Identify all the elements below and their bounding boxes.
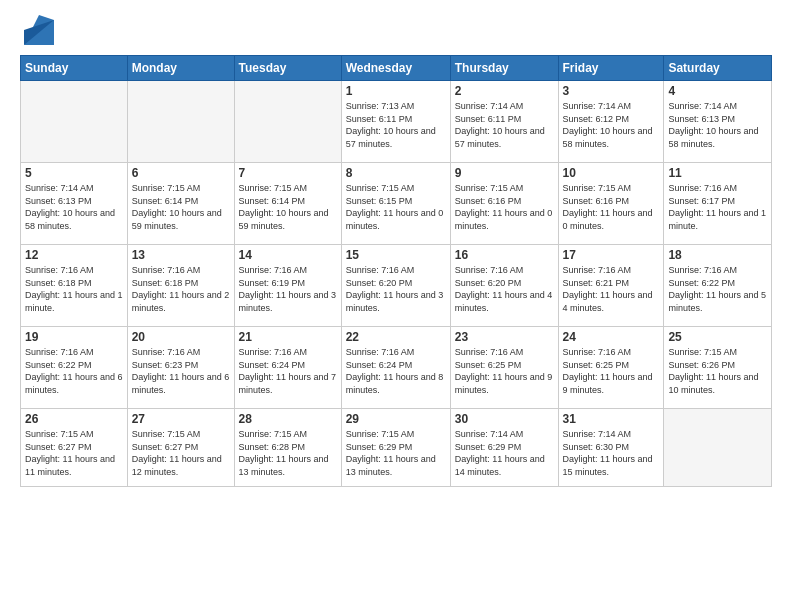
day-info: Sunrise: 7:14 AM Sunset: 6:30 PM Dayligh… [563,428,660,478]
calendar-cell [664,409,772,487]
day-number: 24 [563,330,660,344]
day-info: Sunrise: 7:15 AM Sunset: 6:27 PM Dayligh… [25,428,123,478]
day-number: 16 [455,248,554,262]
calendar-cell: 24Sunrise: 7:16 AM Sunset: 6:25 PM Dayli… [558,327,664,409]
day-info: Sunrise: 7:16 AM Sunset: 6:21 PM Dayligh… [563,264,660,314]
day-number: 9 [455,166,554,180]
day-info: Sunrise: 7:16 AM Sunset: 6:23 PM Dayligh… [132,346,230,396]
day-info: Sunrise: 7:15 AM Sunset: 6:16 PM Dayligh… [563,182,660,232]
day-info: Sunrise: 7:16 AM Sunset: 6:19 PM Dayligh… [239,264,337,314]
calendar-cell: 8Sunrise: 7:15 AM Sunset: 6:15 PM Daylig… [341,163,450,245]
day-number: 7 [239,166,337,180]
day-number: 3 [563,84,660,98]
day-number: 15 [346,248,446,262]
day-number: 8 [346,166,446,180]
calendar-cell: 2Sunrise: 7:14 AM Sunset: 6:11 PM Daylig… [450,81,558,163]
calendar-day-header: Sunday [21,56,128,81]
day-info: Sunrise: 7:15 AM Sunset: 6:16 PM Dayligh… [455,182,554,232]
day-number: 17 [563,248,660,262]
day-number: 27 [132,412,230,426]
calendar-cell [21,81,128,163]
calendar-cell: 25Sunrise: 7:15 AM Sunset: 6:26 PM Dayli… [664,327,772,409]
day-number: 13 [132,248,230,262]
calendar-day-header: Friday [558,56,664,81]
calendar-cell: 7Sunrise: 7:15 AM Sunset: 6:14 PM Daylig… [234,163,341,245]
day-number: 14 [239,248,337,262]
day-number: 25 [668,330,767,344]
day-info: Sunrise: 7:16 AM Sunset: 6:22 PM Dayligh… [668,264,767,314]
day-number: 10 [563,166,660,180]
day-info: Sunrise: 7:16 AM Sunset: 6:22 PM Dayligh… [25,346,123,396]
day-info: Sunrise: 7:15 AM Sunset: 6:14 PM Dayligh… [132,182,230,232]
calendar-cell: 14Sunrise: 7:16 AM Sunset: 6:19 PM Dayli… [234,245,341,327]
calendar-cell: 5Sunrise: 7:14 AM Sunset: 6:13 PM Daylig… [21,163,128,245]
day-info: Sunrise: 7:14 AM Sunset: 6:13 PM Dayligh… [25,182,123,232]
day-number: 30 [455,412,554,426]
calendar-cell: 29Sunrise: 7:15 AM Sunset: 6:29 PM Dayli… [341,409,450,487]
calendar-cell: 16Sunrise: 7:16 AM Sunset: 6:20 PM Dayli… [450,245,558,327]
calendar-cell: 11Sunrise: 7:16 AM Sunset: 6:17 PM Dayli… [664,163,772,245]
day-info: Sunrise: 7:14 AM Sunset: 6:13 PM Dayligh… [668,100,767,150]
day-number: 4 [668,84,767,98]
calendar-cell: 19Sunrise: 7:16 AM Sunset: 6:22 PM Dayli… [21,327,128,409]
calendar-cell: 12Sunrise: 7:16 AM Sunset: 6:18 PM Dayli… [21,245,128,327]
day-info: Sunrise: 7:15 AM Sunset: 6:14 PM Dayligh… [239,182,337,232]
day-info: Sunrise: 7:15 AM Sunset: 6:28 PM Dayligh… [239,428,337,478]
day-info: Sunrise: 7:14 AM Sunset: 6:29 PM Dayligh… [455,428,554,478]
day-number: 5 [25,166,123,180]
day-info: Sunrise: 7:16 AM Sunset: 6:18 PM Dayligh… [25,264,123,314]
calendar-cell: 28Sunrise: 7:15 AM Sunset: 6:28 PM Dayli… [234,409,341,487]
day-number: 26 [25,412,123,426]
calendar-cell: 13Sunrise: 7:16 AM Sunset: 6:18 PM Dayli… [127,245,234,327]
calendar-week-row: 26Sunrise: 7:15 AM Sunset: 6:27 PM Dayli… [21,409,772,487]
day-number: 11 [668,166,767,180]
calendar-day-header: Thursday [450,56,558,81]
logo [20,15,54,45]
day-number: 6 [132,166,230,180]
page: SundayMondayTuesdayWednesdayThursdayFrid… [0,0,792,612]
calendar-week-row: 19Sunrise: 7:16 AM Sunset: 6:22 PM Dayli… [21,327,772,409]
calendar-cell: 3Sunrise: 7:14 AM Sunset: 6:12 PM Daylig… [558,81,664,163]
calendar-cell [234,81,341,163]
calendar-cell: 26Sunrise: 7:15 AM Sunset: 6:27 PM Dayli… [21,409,128,487]
day-number: 31 [563,412,660,426]
day-number: 28 [239,412,337,426]
day-info: Sunrise: 7:16 AM Sunset: 6:17 PM Dayligh… [668,182,767,232]
calendar-cell: 21Sunrise: 7:16 AM Sunset: 6:24 PM Dayli… [234,327,341,409]
day-number: 29 [346,412,446,426]
calendar-cell [127,81,234,163]
calendar-cell: 17Sunrise: 7:16 AM Sunset: 6:21 PM Dayli… [558,245,664,327]
day-info: Sunrise: 7:16 AM Sunset: 6:25 PM Dayligh… [563,346,660,396]
calendar-cell: 31Sunrise: 7:14 AM Sunset: 6:30 PM Dayli… [558,409,664,487]
day-info: Sunrise: 7:15 AM Sunset: 6:26 PM Dayligh… [668,346,767,396]
calendar-day-header: Saturday [664,56,772,81]
calendar-cell: 22Sunrise: 7:16 AM Sunset: 6:24 PM Dayli… [341,327,450,409]
day-info: Sunrise: 7:16 AM Sunset: 6:20 PM Dayligh… [455,264,554,314]
day-info: Sunrise: 7:14 AM Sunset: 6:11 PM Dayligh… [455,100,554,150]
calendar-header-row: SundayMondayTuesdayWednesdayThursdayFrid… [21,56,772,81]
calendar-cell: 15Sunrise: 7:16 AM Sunset: 6:20 PM Dayli… [341,245,450,327]
calendar-week-row: 5Sunrise: 7:14 AM Sunset: 6:13 PM Daylig… [21,163,772,245]
calendar-cell: 23Sunrise: 7:16 AM Sunset: 6:25 PM Dayli… [450,327,558,409]
calendar-cell: 18Sunrise: 7:16 AM Sunset: 6:22 PM Dayli… [664,245,772,327]
calendar-cell: 10Sunrise: 7:15 AM Sunset: 6:16 PM Dayli… [558,163,664,245]
day-info: Sunrise: 7:16 AM Sunset: 6:25 PM Dayligh… [455,346,554,396]
day-info: Sunrise: 7:16 AM Sunset: 6:24 PM Dayligh… [346,346,446,396]
calendar-day-header: Wednesday [341,56,450,81]
day-info: Sunrise: 7:16 AM Sunset: 6:24 PM Dayligh… [239,346,337,396]
day-number: 19 [25,330,123,344]
calendar-cell: 20Sunrise: 7:16 AM Sunset: 6:23 PM Dayli… [127,327,234,409]
day-number: 12 [25,248,123,262]
day-number: 21 [239,330,337,344]
calendar-day-header: Monday [127,56,234,81]
calendar-cell: 6Sunrise: 7:15 AM Sunset: 6:14 PM Daylig… [127,163,234,245]
calendar-cell: 27Sunrise: 7:15 AM Sunset: 6:27 PM Dayli… [127,409,234,487]
logo-icon [24,15,54,45]
day-info: Sunrise: 7:16 AM Sunset: 6:20 PM Dayligh… [346,264,446,314]
day-number: 18 [668,248,767,262]
day-number: 23 [455,330,554,344]
day-info: Sunrise: 7:15 AM Sunset: 6:29 PM Dayligh… [346,428,446,478]
calendar-cell: 4Sunrise: 7:14 AM Sunset: 6:13 PM Daylig… [664,81,772,163]
header [20,15,772,45]
day-info: Sunrise: 7:15 AM Sunset: 6:15 PM Dayligh… [346,182,446,232]
